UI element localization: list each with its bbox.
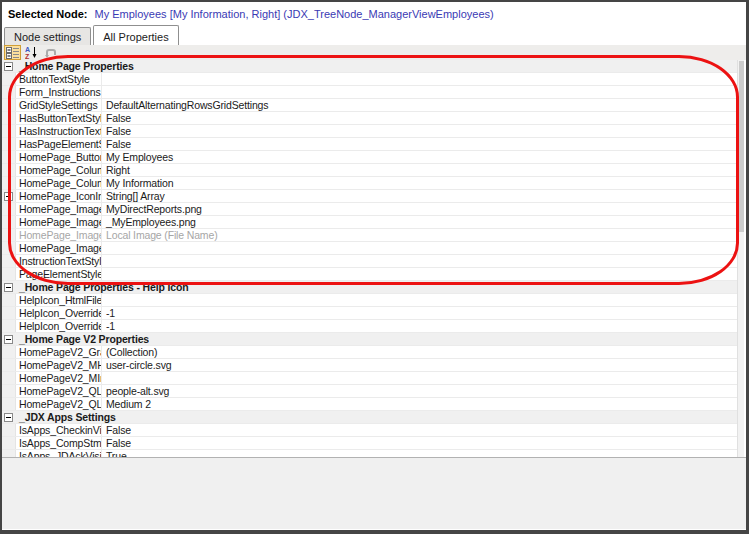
property-value[interactable]: people-alt.svg: [102, 385, 737, 397]
description-pane: [2, 457, 746, 529]
property-value[interactable]: My Information: [102, 177, 737, 189]
scrollbar-thumb[interactable]: [739, 61, 744, 232]
property-row[interactable]: HomePageV2_QLSizeMedium 2: [2, 398, 737, 411]
property-value[interactable]: Local Image (File Name): [102, 229, 737, 241]
property-value[interactable]: [102, 86, 737, 98]
property-row[interactable]: HomePage_ImageIcMyDirectReports.png: [2, 203, 737, 216]
property-value[interactable]: DefaultAlternatingRowsGridSettings: [102, 99, 737, 111]
property-row[interactable]: PageElementStyle: [2, 268, 737, 281]
property-row[interactable]: ButtonTextStyle: [2, 73, 737, 86]
property-value[interactable]: -1: [102, 320, 737, 332]
selected-node-value: My Employees [My Information, Right] (JD…: [94, 8, 493, 20]
row-gutter: [2, 216, 16, 228]
property-value[interactable]: [102, 255, 737, 267]
property-row[interactable]: HomePage_ButtonTextMy Employees: [2, 151, 737, 164]
property-value[interactable]: [102, 294, 737, 306]
property-value[interactable]: False: [102, 112, 737, 124]
property-row[interactable]: IsApps_CompStmntFalse: [2, 437, 737, 450]
property-row[interactable]: IsApps_CheckinVisibleFalse: [2, 424, 737, 437]
property-name: HasButtonTextStyle: [16, 112, 102, 124]
property-name: HomePage_ButtonText: [16, 151, 102, 163]
property-row[interactable]: HomePageV2_MImage: [2, 372, 737, 385]
property-value[interactable]: String[] Array: [102, 190, 737, 202]
property-row[interactable]: HomePageV2_MHIconuser-circle.svg: [2, 359, 737, 372]
property-row[interactable]: HomePage_ImageIc_MyEmployees.png: [2, 216, 737, 229]
property-pages-button: [42, 45, 59, 60]
selected-node-header: Selected Node: My Employees [My Informat…: [8, 4, 494, 24]
property-value[interactable]: False: [102, 125, 737, 137]
property-row[interactable]: IsApps_JDAckVisibleTrue: [2, 450, 737, 457]
property-value[interactable]: True: [102, 450, 737, 457]
tab-node-settings[interactable]: Node settings: [4, 27, 91, 46]
property-row[interactable]: HomePageV2_QLIconpeople-alt.svg: [2, 385, 737, 398]
property-row[interactable]: HasPageElementStyleFalse: [2, 138, 737, 151]
property-name: HasPageElementStyle: [16, 138, 102, 150]
property-name: HomePage_ImageIc: [16, 203, 102, 215]
category-row[interactable]: _Home Page Properties - Help Icon: [2, 281, 737, 294]
property-row[interactable]: HomePage_ColumnRight: [2, 164, 737, 177]
property-name: HelpIcon_OverrideHeight: [16, 307, 102, 319]
category-title: _Home Page V2 Properties: [16, 333, 149, 345]
property-row[interactable]: InstructionTextStyle: [2, 255, 737, 268]
tab-all-properties[interactable]: All Properties: [93, 25, 178, 46]
property-row[interactable]: Form_Instructions: [2, 86, 737, 99]
property-name: HomePage_IconInst: [16, 190, 102, 202]
expand-icon[interactable]: [4, 192, 13, 201]
collapse-icon[interactable]: [4, 335, 13, 344]
property-value[interactable]: [102, 73, 737, 85]
properties-window: Selected Node: My Employees [My Informat…: [0, 0, 749, 534]
row-gutter: [2, 307, 16, 319]
property-row[interactable]: HomePage_ImageTLocal Image (File Name): [2, 229, 737, 242]
property-value[interactable]: [102, 372, 737, 384]
row-gutter: [2, 242, 16, 254]
row-gutter: [2, 177, 16, 189]
property-name: Form_Instructions: [16, 86, 102, 98]
alphabetical-sort-button[interactable]: A Z: [23, 45, 40, 60]
property-value[interactable]: [102, 242, 737, 254]
property-row[interactable]: HelpIcon_OverrideHeight-1: [2, 307, 737, 320]
property-row[interactable]: HelpIcon_OverrideWidth-1: [2, 320, 737, 333]
row-gutter: [2, 99, 16, 111]
property-row[interactable]: HomePage_ColumnMy Information: [2, 177, 737, 190]
property-value[interactable]: False: [102, 424, 737, 436]
tab-strip: Node settings All Properties: [4, 25, 181, 46]
row-gutter: [2, 125, 16, 137]
property-row[interactable]: HasInstructionTextFalse: [2, 125, 737, 138]
row-gutter: [2, 346, 16, 358]
property-value[interactable]: False: [102, 138, 737, 150]
property-value[interactable]: Right: [102, 164, 737, 176]
property-row[interactable]: HomePage_IconInstString[] Array: [2, 190, 737, 203]
property-row[interactable]: HelpIcon_HtmlFileName: [2, 294, 737, 307]
row-gutter: [2, 424, 16, 436]
property-row[interactable]: HomePageV2_Graphics(Collection): [2, 346, 737, 359]
property-value[interactable]: [102, 268, 737, 280]
property-value[interactable]: MyDirectReports.png: [102, 203, 737, 215]
property-value[interactable]: user-circle.svg: [102, 359, 737, 371]
property-name: HomePage_Column: [16, 177, 102, 189]
property-value[interactable]: _MyEmployees.png: [102, 216, 737, 228]
row-gutter: [2, 320, 16, 332]
row-gutter: [2, 359, 16, 371]
property-value[interactable]: False: [102, 437, 737, 449]
collapse-icon[interactable]: [4, 413, 13, 422]
category-row[interactable]: _JDX Apps Settings: [2, 411, 737, 424]
property-value[interactable]: (Collection): [102, 346, 737, 358]
property-value[interactable]: My Employees: [102, 151, 737, 163]
row-gutter: [2, 450, 16, 457]
property-row[interactable]: GridStyleSettingsDefaultAlternatingRowsG…: [2, 99, 737, 112]
row-gutter: [2, 255, 16, 267]
property-row[interactable]: HasButtonTextStyleFalse: [2, 112, 737, 125]
property-value[interactable]: -1: [102, 307, 737, 319]
vertical-scrollbar[interactable]: [737, 60, 744, 457]
property-value[interactable]: Medium 2: [102, 398, 737, 410]
categorized-view-button[interactable]: [4, 45, 21, 60]
collapse-icon[interactable]: [4, 283, 13, 292]
category-row[interactable]: _Home Page V2 Properties: [2, 333, 737, 346]
property-name: IsApps_JDAckVisible: [16, 450, 102, 457]
row-gutter: [2, 372, 16, 384]
collapse-icon[interactable]: [4, 62, 13, 71]
property-name: HomePage_ImageT: [16, 229, 102, 241]
property-row[interactable]: HomePage_ImageIc: [2, 242, 737, 255]
row-gutter: [2, 164, 16, 176]
category-row[interactable]: _Home Page Properties: [2, 60, 737, 73]
